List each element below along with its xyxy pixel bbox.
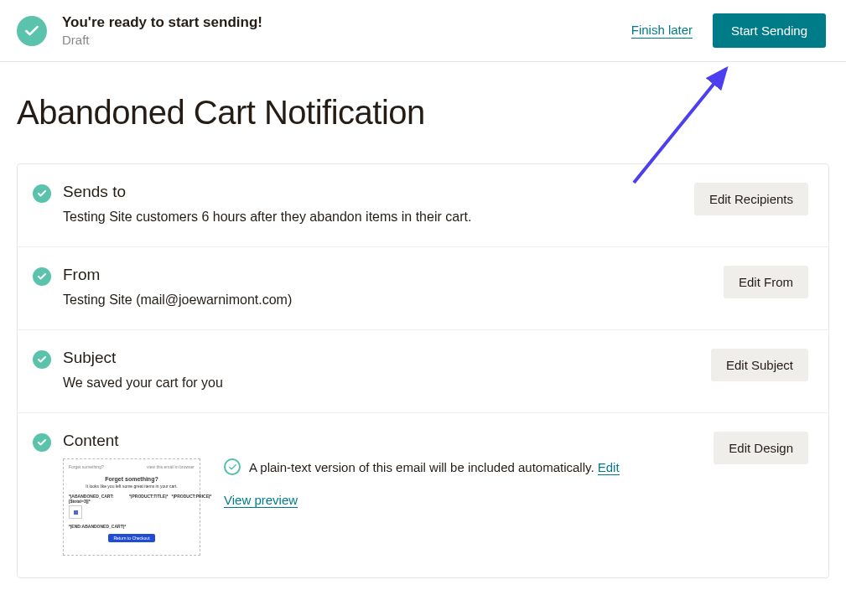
section-desc: Testing Site customers 6 hours after the… xyxy=(63,210,694,225)
view-preview-link[interactable]: View preview xyxy=(224,493,298,508)
header-bar: You're ready to start sending! Draft Fin… xyxy=(0,0,846,62)
check-icon xyxy=(33,184,51,203)
check-outline-icon xyxy=(224,458,241,475)
edit-design-button[interactable]: Edit Design xyxy=(714,432,808,464)
check-icon xyxy=(33,267,51,286)
section-content: Content Forget something?view this email… xyxy=(18,413,828,577)
section-desc: We saved your cart for you xyxy=(63,375,711,391)
section-title: Content xyxy=(63,432,714,450)
summary-panel: Sends to Testing Site customers 6 hours … xyxy=(17,163,829,578)
section-title: Subject xyxy=(63,349,711,367)
ready-check-icon xyxy=(17,16,47,46)
page-title: Abandoned Cart Notification xyxy=(0,62,846,163)
edit-from-button[interactable]: Edit From xyxy=(724,266,808,298)
section-subject: Subject We saved your cart for you Edit … xyxy=(18,330,828,413)
section-desc: Testing Site (mail@joewarnimont.com) xyxy=(63,292,724,308)
header-text: You're ready to start sending! Draft xyxy=(62,14,631,47)
check-icon xyxy=(33,350,51,369)
edit-recipients-button[interactable]: Edit Recipients xyxy=(694,183,808,215)
check-icon xyxy=(33,433,51,452)
finish-later-link[interactable]: Finish later xyxy=(631,23,693,39)
section-title: From xyxy=(63,266,724,284)
section-title: Sends to xyxy=(63,183,694,201)
email-preview-thumbnail[interactable]: Forget something?view this email in brow… xyxy=(63,458,200,556)
start-sending-button[interactable]: Start Sending xyxy=(713,13,826,48)
edit-plaintext-link[interactable]: Edit xyxy=(598,460,620,475)
edit-subject-button[interactable]: Edit Subject xyxy=(711,349,808,381)
section-sends-to: Sends to Testing Site customers 6 hours … xyxy=(18,164,828,247)
section-from: From Testing Site (mail@joewarnimont.com… xyxy=(18,247,828,330)
header-status: Draft xyxy=(62,33,631,47)
plain-text-notice: A plain-text version of this email will … xyxy=(249,458,620,478)
header-title: You're ready to start sending! xyxy=(62,14,631,31)
